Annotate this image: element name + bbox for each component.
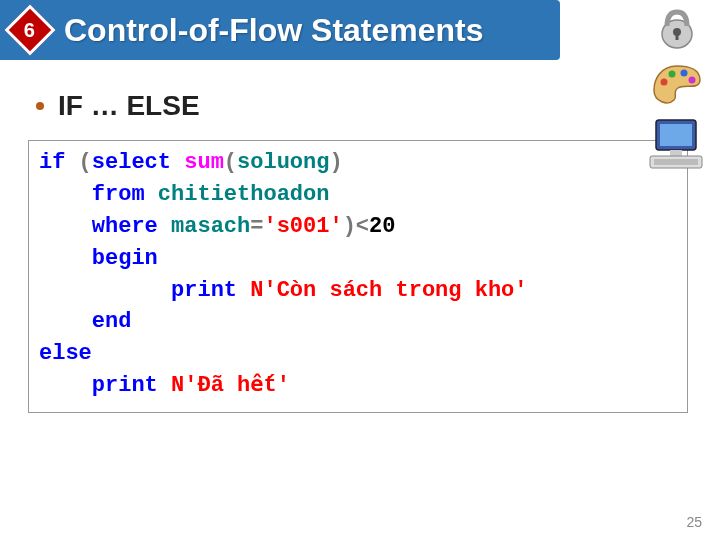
slide-title: Control-of-Flow Statements — [64, 12, 484, 49]
code-line-7: else — [39, 338, 677, 370]
code-line-2: from chitiethoadon — [39, 179, 677, 211]
code-line-8: print N'Đã hết' — [39, 370, 677, 402]
section-badge: 6 — [5, 5, 56, 56]
code-block: if (select sum(soluong) from chitiethoad… — [28, 140, 688, 413]
svg-point-5 — [681, 70, 688, 77]
bullet-text: IF … ELSE — [58, 90, 200, 122]
code-line-6: end — [39, 306, 677, 338]
code-line-5: print N'Còn sách trong kho' — [39, 275, 677, 307]
decorative-icon-stack — [646, 4, 708, 172]
svg-rect-8 — [660, 124, 692, 146]
svg-rect-9 — [670, 150, 682, 156]
bullet-dot-icon — [36, 102, 44, 110]
lock-icon — [652, 4, 702, 54]
palette-icon — [650, 62, 704, 108]
section-number: 6 — [24, 19, 35, 42]
svg-rect-2 — [676, 32, 679, 40]
title-bar: 6 Control-of-Flow Statements — [0, 0, 560, 60]
svg-point-3 — [661, 79, 668, 86]
code-line-4: begin — [39, 243, 677, 275]
computer-icon — [646, 116, 708, 172]
svg-point-4 — [669, 71, 676, 78]
page-number: 25 — [686, 514, 702, 530]
code-line-1: if (select sum(soluong) — [39, 147, 677, 179]
bullet-item: IF … ELSE — [36, 90, 720, 122]
code-line-3: where masach='s001')<20 — [39, 211, 677, 243]
svg-point-6 — [689, 77, 696, 84]
svg-rect-11 — [654, 159, 698, 165]
